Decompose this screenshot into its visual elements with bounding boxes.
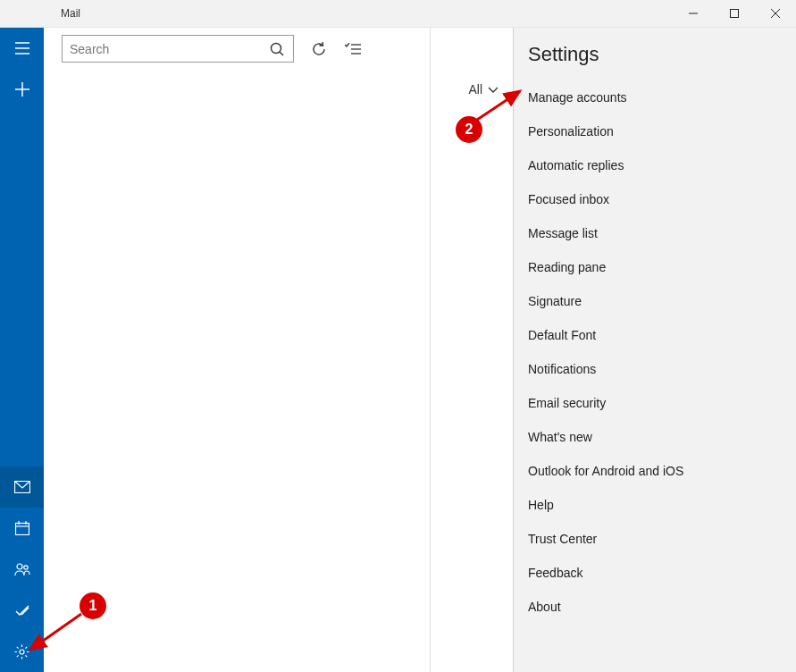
nav-rail xyxy=(0,28,44,672)
svg-rect-1 xyxy=(731,10,739,18)
settings-item-outlook-for-android-and-ios[interactable]: Outlook for Android and iOS xyxy=(514,454,796,488)
message-list-pane: All xyxy=(44,28,513,672)
settings-item-feedback[interactable]: Feedback xyxy=(514,556,796,590)
settings-item-focused-inbox[interactable]: Focused inbox xyxy=(514,182,796,216)
settings-item-manage-accounts[interactable]: Manage accounts xyxy=(514,80,796,114)
settings-nav-button[interactable] xyxy=(0,631,44,672)
settings-item-help[interactable]: Help xyxy=(514,488,796,522)
settings-list: Manage accountsPersonalizationAutomatic … xyxy=(514,80,796,624)
select-mode-button[interactable] xyxy=(344,40,362,58)
settings-item-email-security[interactable]: Email security xyxy=(514,386,796,420)
calendar-nav-button[interactable] xyxy=(0,508,44,549)
people-nav-button[interactable] xyxy=(0,549,44,590)
window-controls xyxy=(673,0,796,27)
svg-point-17 xyxy=(272,43,281,53)
settings-item-signature[interactable]: Signature xyxy=(514,284,796,318)
pane-separator xyxy=(430,28,431,672)
settings-item-reading-pane[interactable]: Reading pane xyxy=(514,250,796,284)
settings-pane: Settings Manage accountsPersonalizationA… xyxy=(513,28,796,672)
settings-title: Settings xyxy=(514,43,796,80)
chevron-down-icon xyxy=(488,82,499,97)
settings-item-default-font[interactable]: Default Font xyxy=(514,318,796,352)
settings-item-notifications[interactable]: Notifications xyxy=(514,352,796,386)
filter-dropdown[interactable]: All xyxy=(44,70,513,102)
filter-label: All xyxy=(468,82,482,97)
svg-rect-10 xyxy=(15,524,29,535)
settings-item-what-s-new[interactable]: What's new xyxy=(514,420,796,454)
todo-nav-button[interactable] xyxy=(0,590,44,631)
search-box[interactable] xyxy=(62,35,294,63)
settings-item-personalization[interactable]: Personalization xyxy=(514,114,796,148)
annotation-callout-2: 2 xyxy=(456,116,482,143)
settings-item-automatic-replies[interactable]: Automatic replies xyxy=(514,148,796,182)
svg-point-16 xyxy=(20,650,24,654)
settings-item-about[interactable]: About xyxy=(514,590,796,624)
settings-item-trust-center[interactable]: Trust Center xyxy=(514,522,796,556)
new-mail-button[interactable] xyxy=(0,69,44,110)
search-input[interactable] xyxy=(70,42,268,56)
refresh-button[interactable] xyxy=(310,40,328,58)
svg-line-18 xyxy=(280,52,283,55)
minimize-button[interactable] xyxy=(673,0,714,27)
close-button[interactable] xyxy=(755,0,796,27)
svg-point-15 xyxy=(23,566,27,569)
title-bar: Mail xyxy=(0,0,796,28)
svg-point-14 xyxy=(17,564,22,569)
mail-nav-button[interactable] xyxy=(0,466,44,508)
maximize-button[interactable] xyxy=(714,0,755,27)
app-title: Mail xyxy=(61,7,80,20)
annotation-callout-1: 1 xyxy=(80,592,106,619)
settings-item-message-list[interactable]: Message list xyxy=(514,216,796,250)
search-icon[interactable] xyxy=(268,40,286,58)
hamburger-button[interactable] xyxy=(0,28,44,69)
